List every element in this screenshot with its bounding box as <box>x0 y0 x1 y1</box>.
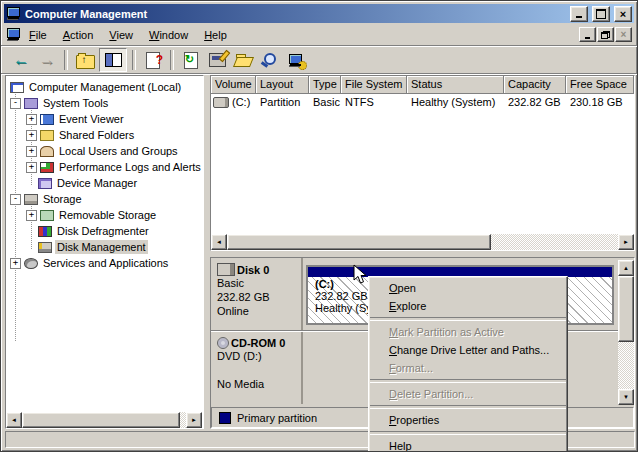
title-bar[interactable]: Computer Management × <box>4 4 634 23</box>
tree-item-label[interactable]: Performance Logs and Alerts <box>57 160 203 174</box>
cdrom0-media: DVD (D:) <box>217 349 301 363</box>
up-one-level-button[interactable]: ↑ <box>73 49 97 71</box>
computer-management-window: Computer Management × File Action View W… <box>0 0 638 452</box>
cdrom0-info-block[interactable]: CD-ROM 0 DVD (D:) No Media <box>211 332 303 404</box>
search-button[interactable] <box>257 49 281 71</box>
open-folder-button[interactable] <box>231 49 255 71</box>
tree-item-label[interactable]: Removable Storage <box>57 208 158 222</box>
menu-file[interactable]: File <box>21 26 55 44</box>
maximize-button[interactable] <box>592 6 610 22</box>
legend-primary-partition-label: Primary partition <box>237 412 317 424</box>
tree-item-system-tools[interactable]: - System Tools <box>10 95 203 111</box>
scroll-left-button[interactable]: ◄ <box>6 412 22 428</box>
collapse-expander-icon[interactable]: - <box>10 98 21 109</box>
manage-computer-button[interactable] <box>283 49 307 71</box>
tree-item-services-and-applications[interactable]: + Services and Applications <box>10 255 203 271</box>
menu-action[interactable]: Action <box>55 26 102 44</box>
tree-item-storage[interactable]: - Storage <box>10 191 203 207</box>
expand-expander-icon[interactable]: + <box>26 146 37 157</box>
child-restore-button[interactable] <box>597 27 614 42</box>
volume-row-c[interactable]: (C:) Partition Basic NTFS Healthy (Syste… <box>211 94 634 110</box>
context-menu-format-disabled: Format... <box>369 359 567 377</box>
child-minimize-button[interactable] <box>579 27 596 42</box>
tree-item-label[interactable]: System Tools <box>41 96 110 110</box>
column-header-file-system[interactable]: File System <box>341 76 407 94</box>
minimize-button[interactable] <box>570 6 588 22</box>
context-menu-explore[interactable]: Explore <box>369 297 567 315</box>
tree-item-computer-management[interactable]: Computer Management (Local) <box>10 79 203 95</box>
scroll-down-button[interactable]: ▼ <box>618 389 634 405</box>
tree-horizontal-scrollbar: ◄ ► <box>6 412 202 428</box>
tree-item-label[interactable]: Computer Management (Local) <box>27 80 183 94</box>
tree-item-label[interactable]: Shared Folders <box>57 128 136 142</box>
tree-item-device-manager[interactable]: Device Manager <box>26 175 203 191</box>
system-tools-icon <box>24 98 38 109</box>
tree-item-removable-storage[interactable]: + Removable Storage <box>26 207 203 223</box>
cell-type: Basic <box>309 95 341 109</box>
disk-view-vertical-scrollbar: ▲ ▼ <box>618 260 634 405</box>
expand-expander-icon[interactable]: + <box>26 114 37 125</box>
disk-signature-button[interactable] <box>205 49 229 71</box>
context-menu-properties[interactable]: Properties <box>369 411 567 429</box>
disk0-info-block[interactable]: Disk 0 Basic 232.82 GB Online <box>211 258 303 330</box>
performance-icon <box>40 162 54 173</box>
collapse-expander-icon[interactable]: - <box>10 194 21 205</box>
column-header-free-space[interactable]: Free Space <box>566 76 634 94</box>
window-title: Computer Management <box>25 8 566 20</box>
context-menu-change-drive-letter[interactable]: Change Drive Letter and Paths... <box>369 341 567 359</box>
scroll-right-button[interactable]: ► <box>186 412 202 428</box>
menu-view[interactable]: View <box>101 26 141 44</box>
tree-item-disk-management[interactable]: Disk Management <box>26 239 203 255</box>
scrollbar-thumb[interactable] <box>618 276 634 342</box>
tree-item-label[interactable]: Local Users and Groups <box>57 144 180 158</box>
scrollbar-track[interactable] <box>618 342 634 389</box>
column-header-layout[interactable]: Layout <box>256 76 309 94</box>
tree-item-shared-folders[interactable]: + Shared Folders <box>26 127 203 143</box>
console-window-icon[interactable] <box>6 28 21 41</box>
close-icon: × <box>620 9 626 19</box>
tree-item-label[interactable]: Services and Applications <box>41 256 170 270</box>
tree-item-label[interactable]: Storage <box>41 192 84 206</box>
column-header-volume[interactable]: Volume <box>211 76 256 94</box>
help-button[interactable]: ? <box>141 49 165 71</box>
context-menu-delete-partition-disabled: Delete Partition... <box>369 385 567 403</box>
child-close-button-disabled: × <box>615 27 632 42</box>
cell-free-space: 230.18 GB <box>566 95 634 109</box>
scroll-left-button[interactable]: ◄ <box>211 234 227 250</box>
tree-item-label[interactable]: Device Manager <box>55 176 139 190</box>
expand-expander-icon[interactable]: + <box>26 210 37 221</box>
scroll-left-icon: ◄ <box>11 417 17 423</box>
expand-expander-icon[interactable]: + <box>26 130 37 141</box>
tree-item-label[interactable]: Event Viewer <box>57 112 126 126</box>
menu-help[interactable]: Help <box>196 26 235 44</box>
disk-signature-icon <box>209 53 226 67</box>
tree-item-disk-defragmenter[interactable]: Disk Defragmenter <box>26 223 203 239</box>
tree-item-local-users-and-groups[interactable]: + Local Users and Groups <box>26 143 203 159</box>
tree-item-label-selected[interactable]: Disk Management <box>55 240 148 254</box>
context-menu-help[interactable]: Help <box>369 437 567 452</box>
scroll-right-button[interactable]: ► <box>618 234 634 250</box>
disk-defragmenter-icon <box>38 226 52 237</box>
column-header-type[interactable]: Type <box>309 76 341 94</box>
tree-item-event-viewer[interactable]: + Event Viewer <box>26 111 203 127</box>
column-header-capacity[interactable]: Capacity <box>504 76 566 94</box>
toolbar: ← → ↑ ? ↻ <box>4 47 634 73</box>
scrollbar-thumb[interactable] <box>227 234 491 250</box>
expand-expander-icon[interactable]: + <box>26 162 37 173</box>
volume-list-pane: Volume Layout Type File System Status Ca… <box>210 75 635 251</box>
column-header-status[interactable]: Status <box>407 76 504 94</box>
menu-separator <box>370 317 566 321</box>
refresh-button[interactable]: ↻ <box>179 49 203 71</box>
scrollbar-track[interactable] <box>491 234 618 250</box>
menu-window[interactable]: Window <box>141 26 196 44</box>
restore-icon <box>601 31 610 39</box>
tree-item-performance-logs[interactable]: + Performance Logs and Alerts <box>26 159 203 175</box>
scrollbar-thumb[interactable] <box>22 412 180 428</box>
scroll-up-button[interactable]: ▲ <box>618 260 634 276</box>
close-button[interactable]: × <box>614 6 632 22</box>
show-console-tree-button[interactable] <box>99 48 127 72</box>
expand-expander-icon[interactable]: + <box>10 258 21 269</box>
tree-item-label[interactable]: Disk Defragmenter <box>55 224 151 238</box>
back-button[interactable]: ← <box>9 49 33 71</box>
context-menu-open[interactable]: Open <box>369 279 567 297</box>
